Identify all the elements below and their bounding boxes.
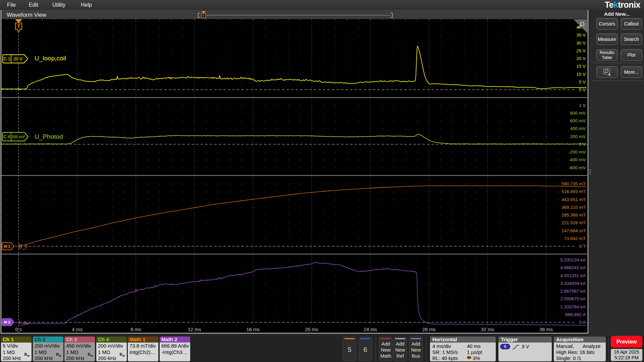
svg-text:32 ms: 32 ms [481,327,494,332]
svg-text:221.526 mT: 221.526 mT [561,220,586,225]
svg-text:590.735 mT: 590.735 mT [561,181,586,186]
svg-text:8 ms: 8 ms [130,327,141,332]
svg-text:1.333784 kA: 1.333784 kA [560,304,586,309]
svg-text:M 1: M 1 [4,244,10,248]
svg-text:4.001351 kA: 4.001351 kA [560,273,586,278]
svg-text:M 2: M 2 [4,320,10,324]
svg-text:-400 mV: -400 mV [569,157,586,162]
svg-text:25 V: 25 V [576,48,586,53]
svg-text:15 V: 15 V [576,64,586,69]
svg-text:C 4: C 4 [3,134,10,139]
svg-text:200 mV: 200 mV [11,135,25,139]
svg-text:200 mV: 200 mV [570,134,586,139]
svg-text:20 V: 20 V [13,56,22,61]
svg-text:4 ms: 4 ms [72,327,82,332]
svg-text:12 ms: 12 ms [188,327,201,332]
svg-text:35 V: 35 V [576,33,586,38]
svg-text:3.334459 kA: 3.334459 kA [560,281,586,286]
svg-text:28 ms: 28 ms [422,327,436,332]
svg-text:36 ms: 36 ms [540,327,553,332]
svg-text:C 1: C 1 [3,56,10,61]
svg-text:U_loop,coil: U_loop,coil [35,55,66,62]
svg-text:20 V: 20 V [576,56,586,61]
svg-text:147.684 mT: 147.684 mT [561,228,586,233]
svg-text:1 V: 1 V [579,103,586,108]
svg-text:T: T [17,23,20,29]
svg-text:0 A: 0 A [579,320,586,325]
svg-text:73.842 mT: 73.842 mT [564,236,586,241]
svg-text:5.335134 kA: 5.335134 kA [560,257,586,262]
svg-text:I_p: I_p [18,319,26,326]
svg-text:369.210 mT: 369.210 mT [561,205,586,210]
svg-text:T: T [468,356,470,359]
svg-text:800 mV: 800 mV [570,111,586,116]
svg-text:U_Photod: U_Photod [35,133,63,140]
svg-text:4.668242 kA: 4.668242 kA [560,265,586,270]
svg-text:10 V: 10 V [576,72,586,77]
svg-text:16 ms: 16 ms [247,327,260,332]
svg-text:30 V: 30 V [576,41,586,46]
svg-text:-200 mV: -200 mV [569,149,586,155]
svg-text:-600 mV: -600 mV [569,165,586,170]
svg-text:443.051 mT: 443.051 mT [561,197,586,202]
svg-text:516.893 mT: 516.893 mT [561,189,586,194]
svg-text:2.667567 kA: 2.667567 kA [560,289,586,294]
svg-text:24 ms: 24 ms [364,327,377,332]
svg-text:5 V: 5 V [579,79,586,84]
svg-text:0 s: 0 s [15,327,22,332]
svg-text:2.000675 kA: 2.000675 kA [560,296,586,301]
svg-text:T: T [203,14,205,18]
svg-text:20 ms: 20 ms [305,327,318,332]
svg-text:295.368 mT: 295.368 mT [561,213,586,218]
svg-text:400 mV: 400 mV [570,126,586,131]
svg-text:B_t: B_t [18,243,27,250]
svg-text:600 mV: 600 mV [570,118,586,123]
svg-text:666.892 A: 666.892 A [565,312,586,317]
svg-text:0 T: 0 T [579,244,586,249]
